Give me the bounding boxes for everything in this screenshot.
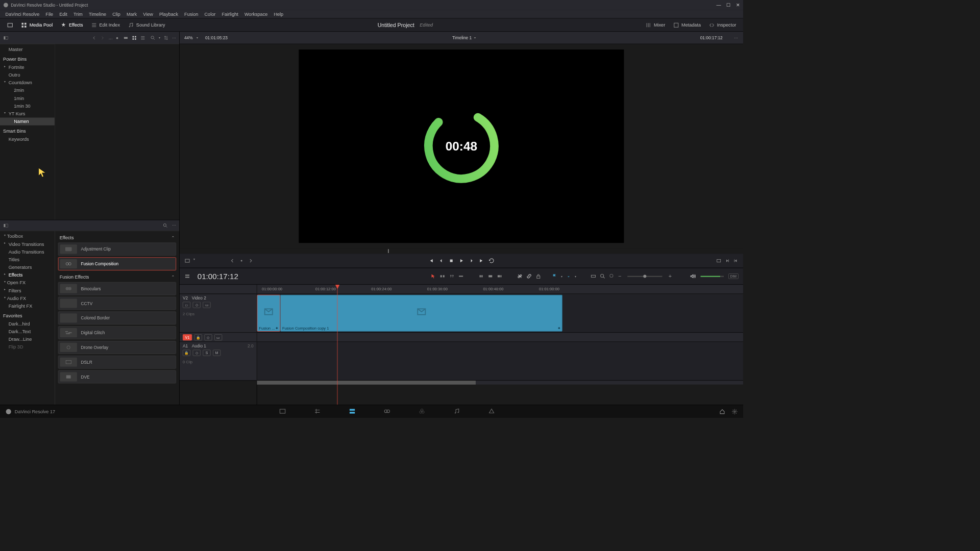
track-header-v2[interactable]: V2Video 2 ◇ ▭ 2 Clips	[180, 294, 257, 333]
edit-page-icon[interactable]	[349, 408, 356, 415]
lock-track-button[interactable]: 🔒	[183, 350, 190, 356]
volume-slider[interactable]	[700, 276, 723, 277]
collapse-icon[interactable]: ⌃	[172, 275, 175, 279]
bin-namen[interactable]: Namen	[0, 118, 55, 126]
blade-tool-icon[interactable]	[458, 273, 464, 279]
replace-icon[interactable]	[497, 273, 503, 279]
bin-ytkurs[interactable]: YT Kurs	[0, 110, 55, 117]
menu-davinci[interactable]: DaVinci Resolve	[3, 11, 43, 17]
edit-index-toggle[interactable]: Edit Index	[88, 20, 123, 30]
flag-icon[interactable]	[552, 273, 558, 279]
menu-file[interactable]: File	[42, 11, 56, 17]
fx-audiofx[interactable]: Audio FX	[0, 294, 55, 302]
bin-master[interactable]: Master	[0, 45, 55, 53]
menu-help[interactable]: Help	[271, 11, 286, 17]
link-icon[interactable]	[526, 273, 532, 279]
settings-icon[interactable]	[731, 408, 738, 414]
minimize-button[interactable]: —	[717, 3, 721, 8]
marker-icon[interactable]	[238, 258, 244, 264]
razor-icon[interactable]	[517, 273, 523, 279]
collapse-icon[interactable]: ⌃	[172, 236, 175, 240]
menu-trim[interactable]: Trim	[70, 11, 86, 17]
metadata-toggle[interactable]: Metadata	[670, 20, 704, 30]
fullscreen-icon[interactable]	[716, 258, 722, 264]
track-v2[interactable]: Fusion ...✦ Fusion Composition copy 1✦	[257, 294, 743, 333]
search-icon[interactable]	[162, 222, 168, 228]
zoom-level[interactable]: 44%	[184, 35, 193, 40]
bin-fortnite[interactable]: Fortnite	[0, 63, 55, 71]
next-edit-icon[interactable]	[248, 258, 254, 264]
media-page-icon[interactable]	[279, 408, 286, 415]
zoom-out-button[interactable]: −	[618, 273, 621, 279]
zoom-slider[interactable]	[627, 276, 662, 277]
fx-titles[interactable]: Titles	[0, 256, 55, 263]
solo-button[interactable]: S	[203, 350, 210, 356]
go-end-icon[interactable]	[478, 258, 484, 264]
auto-select-button[interactable]: ◇	[193, 350, 201, 356]
bin-countdown[interactable]: Countdown	[0, 79, 55, 87]
fx-filters[interactable]: Filters	[0, 287, 55, 294]
fav-1[interactable]: Dark...hird	[0, 320, 55, 328]
fx-video-transitions[interactable]: Video Transitions	[0, 240, 55, 248]
view-list-icon[interactable]	[140, 35, 146, 41]
viewer[interactable]: 00:48	[180, 44, 743, 248]
fav-4[interactable]: Flip 3D	[0, 343, 55, 351]
view-grid-icon[interactable]	[132, 35, 137, 41]
mute-button[interactable]: M	[213, 350, 220, 356]
menu-view[interactable]: View	[140, 11, 156, 17]
trim-tool-icon[interactable]	[439, 273, 446, 279]
sidebar-icon[interactable]	[3, 35, 9, 41]
timeline-ruler[interactable]: 01:00:00:00 01:00:12:00 01:00:24:00 01:0…	[257, 285, 743, 294]
volume-icon[interactable]	[690, 273, 696, 279]
inspector-toggle[interactable]: Inspector	[705, 20, 739, 30]
arrow-tool-icon[interactable]	[430, 273, 436, 279]
fx-audio-transitions[interactable]: Audio Transitions	[0, 248, 55, 256]
fx-drone-overlay[interactable]: Drone Overlay	[58, 341, 176, 354]
menu-edit[interactable]: Edit	[56, 11, 70, 17]
media-pool-toggle[interactable]: Media Pool	[18, 20, 56, 30]
fav-2[interactable]: Dark...Text	[0, 328, 55, 335]
disable-track-button[interactable]: ▭	[214, 334, 222, 340]
close-button[interactable]: ✕	[736, 3, 740, 8]
playhead[interactable]	[337, 285, 338, 405]
view-strip-icon[interactable]	[123, 35, 129, 41]
go-start-icon[interactable]	[428, 258, 434, 264]
effects-toggle[interactable]: Effects	[57, 20, 86, 30]
menu-playback[interactable]: Playback	[156, 11, 181, 17]
maximize-button[interactable]: ☐	[726, 3, 730, 8]
fx-generators[interactable]: Generators	[0, 263, 55, 271]
menu-fairlight[interactable]: Fairlight	[218, 11, 241, 17]
zoom-custom-icon[interactable]	[609, 273, 615, 279]
track-header-a1[interactable]: A1Audio 12.0 🔒 ◇ S M 0 Clip	[180, 342, 257, 381]
back-icon[interactable]	[91, 35, 97, 41]
match-frame-icon[interactable]	[184, 258, 190, 264]
color-page-icon[interactable]	[418, 408, 426, 415]
fx-fusion-composition[interactable]: Fusion Composition	[58, 257, 176, 270]
timeline-name[interactable]: Timeline 1	[452, 35, 472, 40]
track-v1-dest[interactable]: V1	[183, 334, 192, 340]
fx-fairlightfx[interactable]: Fairlight FX	[0, 302, 55, 310]
track-header-v1[interactable]: V1 🔒 ◇ ▭	[180, 333, 257, 342]
track-v1[interactable]	[257, 333, 743, 342]
sort-icon[interactable]	[163, 35, 169, 41]
fusion-page-icon[interactable]	[383, 408, 391, 415]
prev-edit-icon[interactable]	[229, 258, 235, 264]
menu-timeline[interactable]: Timeline	[86, 11, 109, 17]
viewer-scrubber[interactable]	[180, 248, 743, 254]
bin-1min[interactable]: 1min	[0, 94, 55, 102]
menu-fusion[interactable]: Fusion	[181, 11, 201, 17]
dim-button[interactable]: DIM	[728, 273, 739, 279]
track-a1[interactable]	[257, 342, 743, 381]
out-icon[interactable]	[725, 258, 730, 264]
menu-mark[interactable]: Mark	[124, 11, 140, 17]
play-icon[interactable]	[458, 258, 464, 264]
fairlight-page-icon[interactable]	[453, 408, 460, 415]
zoom-in-button[interactable]: +	[669, 273, 672, 279]
auto-select-button[interactable]: ◇	[204, 334, 212, 340]
menu-color[interactable]: Color	[201, 11, 218, 17]
bin-1min30[interactable]: 1min 30	[0, 102, 55, 110]
clip-fusion-1[interactable]: Fusion ...✦	[257, 295, 281, 332]
mixer-toggle[interactable]: Mixer	[642, 20, 668, 30]
stop-icon[interactable]	[448, 258, 454, 264]
cut-page-icon[interactable]	[313, 408, 321, 415]
